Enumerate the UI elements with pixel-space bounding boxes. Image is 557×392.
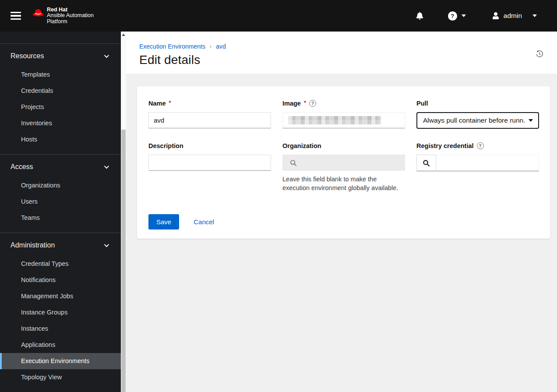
brand-line2: Ansible Automation (47, 13, 94, 19)
notifications-button[interactable] (412, 7, 428, 24)
scrollbar-up-button[interactable] (121, 32, 126, 38)
chevron-down-icon (104, 53, 109, 58)
scrollbar-thumb[interactable] (121, 130, 126, 392)
nav-group-administration: Administration Credential Types Notifica… (0, 233, 121, 392)
sidebar-item-inventories[interactable]: Inventories (0, 115, 121, 131)
registry-credential-help-icon[interactable]: ? (477, 142, 484, 149)
nav-toggle-icon[interactable] (11, 12, 21, 20)
sidebar-item-notifications[interactable]: Notifications (0, 272, 121, 288)
required-asterisk: * (304, 99, 306, 106)
sidebar-item-management-jobs[interactable]: Management Jobs (0, 288, 121, 304)
sidebar-item-credentials[interactable]: Credentials (0, 83, 121, 99)
nav-group-administration-toggle[interactable]: Administration (0, 235, 121, 256)
bell-icon (416, 12, 423, 20)
registry-credential-input[interactable] (436, 155, 539, 171)
pull-select[interactable]: Always pull container before runn... (416, 112, 539, 129)
history-button[interactable] (535, 49, 544, 58)
breadcrumb-separator-icon: › (205, 43, 216, 49)
organization-field-group: Organization Leave this field blank to m… (282, 142, 405, 192)
brand-line1: Red Hat (47, 7, 94, 13)
description-input[interactable] (148, 155, 271, 171)
sidebar-item-instances[interactable]: Instances (0, 321, 121, 337)
description-field-group: Description (148, 142, 271, 192)
organization-helper-text: Leave this field blank to make the execu… (282, 175, 402, 192)
organization-lookup[interactable] (282, 155, 405, 171)
page-title: Edit details (139, 53, 544, 67)
sidebar-item-hosts[interactable]: Hosts (0, 131, 121, 148)
username-label: admin (504, 12, 522, 20)
nav-group-label: Access (11, 163, 33, 171)
cancel-button[interactable]: Cancel (194, 218, 214, 226)
nav-group-label: Resources (11, 52, 44, 60)
pull-label: Pull (416, 100, 428, 107)
nav-group-label: Administration (11, 241, 55, 249)
registry-credential-search-button[interactable] (416, 155, 436, 171)
chevron-down-icon (462, 14, 466, 17)
chevron-down-icon (532, 14, 537, 17)
organization-label: Organization (282, 142, 321, 149)
nav-group-resources: Resources Templates Credentials Projects… (0, 43, 121, 154)
sidebar-item-organizations[interactable]: Organizations (0, 177, 121, 194)
redhat-fedora-icon (32, 8, 44, 17)
brand-line3: Platform (47, 19, 94, 25)
name-input[interactable] (148, 112, 271, 128)
user-menu-button[interactable]: admin (488, 7, 541, 24)
required-asterisk: * (169, 99, 171, 106)
sidebar-scrollbar (121, 32, 126, 392)
redacted-image-value (288, 116, 381, 124)
sidebar-item-execution-environments[interactable]: Execution Environments (0, 353, 121, 369)
name-label: Name (148, 100, 166, 107)
description-label: Description (148, 142, 183, 149)
masthead: Red Hat Ansible Automation Platform ? ad… (0, 0, 557, 32)
breadcrumb-link-avd[interactable]: avd (216, 43, 226, 50)
sidebar-item-topology-view[interactable]: Topology View (0, 369, 121, 385)
chevron-down-icon (104, 242, 109, 247)
breadcrumb-link-execution-environments[interactable]: Execution Environments (139, 43, 205, 50)
breadcrumb: Execution Environments › avd (139, 43, 544, 50)
registry-credential-field-group: Registry credential ? (416, 142, 539, 192)
search-icon (423, 159, 430, 167)
help-menu-button[interactable]: ? (444, 7, 470, 25)
help-icon: ? (448, 11, 457, 21)
image-input[interactable] (282, 112, 405, 128)
image-field-group: Image * ? (282, 100, 405, 129)
history-icon (535, 49, 544, 58)
save-button[interactable]: Save (148, 214, 179, 230)
edit-details-card: Name * Image * ? Pull (137, 86, 550, 239)
sidebar-nav: Resources Templates Credentials Projects… (0, 32, 121, 392)
sidebar-item-credential-types[interactable]: Credential Types (0, 256, 121, 272)
image-label: Image (282, 100, 301, 107)
user-icon (492, 12, 499, 19)
registry-credential-label: Registry credential (416, 142, 474, 149)
sidebar-item-instance-groups[interactable]: Instance Groups (0, 304, 121, 321)
nav-group-access-toggle[interactable]: Access (0, 156, 121, 177)
brand-logo: Red Hat Ansible Automation Platform (32, 7, 94, 25)
chevron-down-icon (104, 164, 109, 169)
sidebar-item-templates[interactable]: Templates (0, 67, 121, 83)
nav-group-resources-toggle[interactable]: Resources (0, 46, 121, 67)
caret-down-icon (529, 119, 533, 122)
page-header-band: Execution Environments › avd Edit detail… (126, 32, 557, 74)
main-content: Execution Environments › avd Edit detail… (126, 32, 557, 392)
form-actions: Save Cancel (148, 214, 539, 230)
image-help-icon[interactable]: ? (309, 100, 316, 107)
sidebar-item-applications[interactable]: Applications (0, 337, 121, 353)
sidebar-item-teams[interactable]: Teams (0, 210, 121, 226)
name-field-group: Name * (148, 100, 271, 129)
search-icon (290, 159, 297, 166)
pull-selected-value: Always pull container before runn... (423, 117, 525, 124)
nav-group-access: Access Organizations Users Teams (0, 154, 121, 233)
sidebar-item-users[interactable]: Users (0, 194, 121, 210)
sidebar-item-projects[interactable]: Projects (0, 99, 121, 115)
pull-field-group: Pull Always pull container before runn..… (416, 100, 539, 129)
